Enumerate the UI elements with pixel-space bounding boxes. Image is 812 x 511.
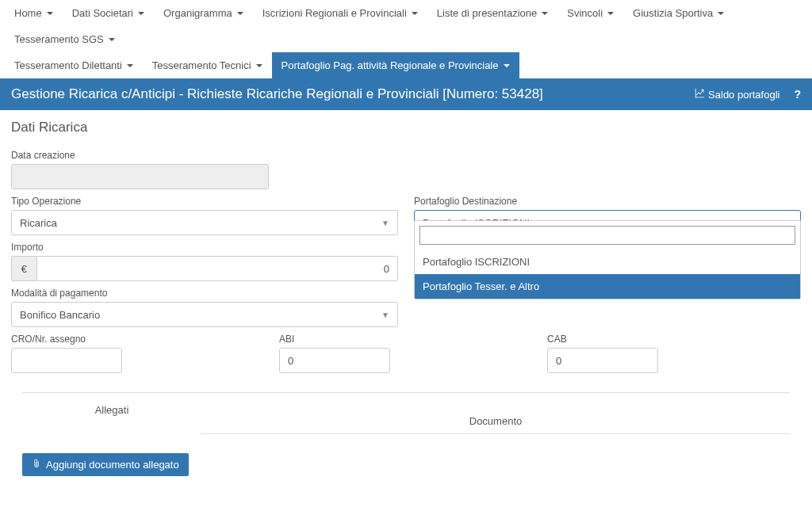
label-abi: ABI: [279, 334, 531, 345]
section-title: Dati Ricarica: [0, 110, 812, 145]
allegati-section: Allegati Documento: [22, 392, 790, 434]
caret-icon: [542, 12, 548, 15]
caret-icon: [256, 64, 262, 67]
cab-input[interactable]: [547, 348, 658, 373]
caret-icon: [47, 12, 53, 15]
caret-icon: [237, 12, 243, 15]
dropdown-option-iscrizioni[interactable]: Portafoglio ISCRIZIONI: [415, 250, 800, 274]
add-document-button[interactable]: Aggiungi documento allegato: [22, 453, 189, 476]
label-data-creazione: Data creazione: [11, 150, 801, 161]
saldo-portafogli-link[interactable]: Saldo portafogli: [695, 88, 779, 101]
documento-header: Documento: [201, 393, 790, 434]
nav-liste[interactable]: Liste di presentazione: [427, 0, 557, 26]
nav-tesseramento-tecnici[interactable]: Tesseramento Tecnici: [143, 52, 272, 78]
caret-icon: [138, 12, 144, 15]
label-portafoglio-dest: Portafoglio Destinazione: [414, 196, 801, 207]
nav-home[interactable]: Home: [5, 0, 63, 26]
modalita-select[interactable]: Bonifico Bancario▼: [11, 302, 398, 327]
label-cab: CAB: [547, 334, 799, 345]
portafoglio-dropdown: Portafoglio ISCRIZIONI Portafoglio Tesse…: [414, 220, 801, 299]
caret-icon: [607, 12, 614, 15]
dropdown-option-tesser[interactable]: Portafoglio Tesser. e Altro: [415, 274, 800, 299]
data-creazione-input: [11, 164, 269, 189]
chevron-down-icon: ▼: [381, 311, 389, 319]
nav-organigramma[interactable]: Organigramma: [154, 0, 253, 26]
caret-icon: [718, 12, 724, 15]
cro-input[interactable]: [11, 348, 122, 373]
page-title: Gestione Ricarica c/Anticipi - Richieste…: [11, 86, 543, 102]
nav-portafoglio[interactable]: Portafoglio Pag. attività Regionale e Pr…: [272, 52, 519, 78]
caret-icon: [504, 64, 510, 67]
caret-icon: [127, 64, 133, 67]
importo-input[interactable]: [36, 256, 398, 281]
attachment-icon: [32, 459, 41, 471]
nav-giustizia[interactable]: Giustizia Sportiva: [623, 0, 733, 26]
nav-tesseramento-sgs[interactable]: Tesseramento SGS: [5, 26, 124, 52]
chevron-down-icon: ▼: [381, 219, 389, 227]
caret-icon: [109, 38, 115, 41]
tipo-operazione-select[interactable]: Ricarica▼: [11, 210, 398, 235]
label-cro: CRO/Nr. assegno: [11, 334, 263, 345]
nav-iscrizioni[interactable]: Iscrizioni Regionali e Provinciali: [253, 0, 427, 26]
titlebar: Gestione Ricarica c/Anticipi - Richieste…: [0, 78, 812, 110]
nav-dati-societari[interactable]: Dati Societari: [63, 0, 154, 26]
nav-tesseramento-dilettanti[interactable]: Tesseramento Dilettanti: [5, 52, 143, 78]
abi-input[interactable]: [279, 348, 390, 373]
nav-svincoli[interactable]: Svincoli: [557, 0, 623, 26]
label-modalita: Modalità di pagamento: [11, 288, 398, 299]
label-importo: Importo: [11, 242, 398, 253]
chart-icon: [695, 88, 705, 101]
allegati-label: Allegati: [22, 393, 201, 434]
top-nav-row-2: Tesseramento Dilettanti Tesseramento Tec…: [0, 52, 812, 78]
dropdown-search-input[interactable]: [419, 226, 795, 245]
caret-icon: [412, 12, 418, 15]
euro-addon: €: [11, 256, 36, 281]
help-icon[interactable]: ?: [794, 88, 801, 101]
label-tipo-operazione: Tipo Operazione: [11, 196, 398, 207]
top-nav-row-1: Home Dati Societari Organigramma Iscrizi…: [0, 0, 812, 52]
